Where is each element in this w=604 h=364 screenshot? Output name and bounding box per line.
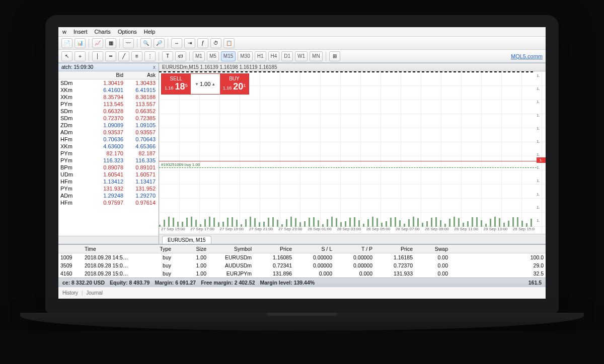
total-profit: 161.5 [528, 280, 542, 286]
market-watch-panel: atch: 15:09:30 x Bid Ask SDm1.304191.304… [58, 63, 159, 244]
order-row[interactable]: 10092018.09.28 14:5…buy1.00EURUSDm1.1608… [58, 253, 546, 261]
col-tp[interactable]: T / P [334, 246, 374, 252]
zoom-out-icon[interactable]: 🔎 [154, 38, 165, 48]
volume-bars [159, 216, 537, 227]
text-icon[interactable]: T [162, 51, 173, 61]
col-type[interactable]: Type [143, 246, 173, 252]
label-icon[interactable]: 🏷 [175, 51, 186, 61]
menu-charts[interactable]: Charts [94, 29, 110, 35]
toolbar-timeframes: ↖＋│━╱≡⋮T🏷M1M5M15M30H1H4D1W1MN⊞MQL5.comm [58, 50, 546, 63]
order-row[interactable]: 41602018.09.28 15:0…buy1.00EURJPYm131.89… [58, 269, 546, 278]
timeframe-mn[interactable]: MN [310, 51, 323, 61]
watch-row[interactable]: HFm1.134121.13417 [58, 178, 159, 185]
menu-bar[interactable]: wInsertChartsOptionsHelp [58, 27, 546, 37]
trendline-icon[interactable]: ╱ [118, 51, 129, 61]
timeframe-m1[interactable]: M1 [193, 51, 205, 61]
order-row[interactable]: 35092018.09.28 15:0…buy1.00AUDUSDm0.7234… [58, 261, 546, 269]
watch-row[interactable]: ADm0.935370.93557 [58, 129, 159, 136]
tab-journal[interactable]: Journal [86, 290, 103, 296]
col-symbol[interactable]: Symbol [208, 246, 254, 252]
watch-row[interactable]: PYm116.323116.335 [58, 157, 159, 164]
margin-level-value: Margin level: 139.44% [260, 280, 315, 286]
market-watch-title: atch: 15:09:30 [61, 64, 93, 70]
timeframe-m5[interactable]: M5 [207, 51, 219, 61]
tab-history[interactable]: History [62, 290, 78, 296]
watch-row[interactable]: BPm0.890780.89101 [58, 164, 159, 171]
menu-insert[interactable]: Insert [73, 29, 88, 35]
col-time[interactable]: Time [83, 246, 143, 252]
watch-row[interactable]: XKm6.416016.41915 [58, 86, 159, 94]
col-price[interactable]: Price [254, 246, 294, 252]
watch-row[interactable]: ZDm1.090891.09105 [58, 122, 159, 129]
menu-w[interactable]: w [62, 29, 66, 35]
col-bid[interactable]: Bid [94, 71, 126, 79]
menu-help[interactable]: Help [144, 29, 156, 35]
watch-row[interactable]: UDm1.605411.60571 [58, 171, 159, 178]
zoom-in-icon[interactable]: 🔍 [140, 38, 152, 48]
market-watch-list[interactable]: SDm1.304191.30433XKm6.416016.41915XKm8.3… [58, 79, 159, 236]
watch-row[interactable]: SDm1.304191.30433 [58, 79, 159, 86]
toolbar-main: 📄📊📈▦〰🔍🔎↔⇥ƒ⏱📋 [58, 37, 546, 50]
tile-icon[interactable]: ▦ [105, 38, 116, 48]
col-swap[interactable]: Swap [415, 246, 450, 252]
equidistant-icon[interactable]: ≡ [131, 51, 142, 61]
market-watch-columns: Bid Ask [58, 71, 159, 79]
line-chart-icon[interactable]: 〰 [123, 38, 134, 48]
watch-row[interactable]: SDm0.723700.72385 [58, 115, 159, 122]
grid-icon[interactable]: ⊞ [329, 51, 340, 61]
new-chart-icon[interactable]: 📄 [61, 38, 72, 48]
col-price2[interactable]: Price [374, 246, 415, 252]
col-ask[interactable]: Ask [126, 71, 159, 79]
balance-bar: ce: 8 332.20 USD Equity: 8 493.79 Margin… [58, 278, 546, 287]
shift-icon[interactable]: ⇥ [184, 38, 195, 48]
crosshair-icon[interactable]: ＋ [74, 51, 86, 61]
chart-tabs: EURUSDm, M15 [159, 234, 546, 244]
vline-icon[interactable]: │ [92, 51, 103, 61]
periods-icon[interactable]: ⏱ [210, 38, 221, 48]
watch-row[interactable]: PYm82.17082.187 [58, 150, 159, 157]
timeframe-h4[interactable]: H4 [268, 51, 280, 61]
mql5-link[interactable]: MQL5.comm [511, 53, 543, 59]
cursor-icon[interactable]: ↖ [61, 51, 72, 61]
orders-panel: Time Type Size Symbol Price S / L T / P … [58, 244, 546, 278]
watch-row[interactable]: PYm131.932131.952 [58, 185, 159, 192]
x-axis: 27 Sep 15:0027 Sep 17:0027 Sep 19:0027 S… [159, 227, 537, 234]
col-sl[interactable]: S / L [294, 246, 334, 252]
chart-canvas[interactable]: SELL 1.16 185 ▼ 1.00 ▲ BUY 1.16 201 [159, 71, 546, 234]
candlestick-layer [159, 71, 537, 227]
margin-value: Margin: 6 091.27 [155, 280, 196, 286]
close-icon[interactable]: x [153, 64, 156, 70]
market-watch-tabs[interactable] [58, 236, 159, 244]
hline-icon[interactable]: ━ [105, 51, 116, 61]
watch-row[interactable]: XKm4.636004.65366 [58, 143, 159, 150]
col-size[interactable]: Size [173, 246, 208, 252]
equity-value: Equity: 8 493.79 [110, 280, 149, 286]
windows-icon[interactable]: 📈 [92, 38, 103, 48]
chart-tab-eurusd[interactable]: EURUSDm, M15 [162, 236, 211, 244]
templates-icon[interactable]: 📋 [223, 38, 235, 48]
timeframe-h1[interactable]: H1 [255, 51, 266, 61]
watch-row[interactable]: HFm0.975970.97614 [58, 199, 159, 206]
watch-row[interactable]: HFm0.706360.70643 [58, 136, 159, 143]
timeframe-m15[interactable]: M15 [221, 51, 236, 61]
timeframe-m30[interactable]: M30 [238, 51, 252, 61]
watch-row[interactable]: SDm0.663280.66352 [58, 108, 159, 115]
chart-title: EURUSDm,M15 1.16139 1.16198 1.16119 1.16… [159, 63, 546, 71]
orders-header: Time Type Size Symbol Price S / L T / P … [58, 245, 546, 253]
free-margin-value: Free margin: 2 402.52 [201, 280, 255, 286]
chart-panel: EURUSDm,M15 1.16139 1.16198 1.16119 1.16… [159, 63, 546, 244]
balance-value: ce: 8 332.20 USD [62, 280, 105, 286]
fibo-icon[interactable]: ⋮ [144, 51, 156, 61]
profile-icon[interactable]: 📊 [74, 38, 86, 48]
market-watch-header: atch: 15:09:30 x [58, 63, 159, 71]
watch-row[interactable]: PYm113.545113.557 [58, 101, 159, 108]
timeframe-w1[interactable]: W1 [295, 51, 308, 61]
watch-row[interactable]: XKm8.357948.38188 [58, 94, 159, 101]
indicators-icon[interactable]: ƒ [197, 38, 208, 48]
timeframe-d1[interactable]: D1 [281, 51, 293, 61]
y-axis: 1.1.1.1.1.1.1.1.1.1.1.1. [537, 71, 546, 225]
scroll-icon[interactable]: ↔ [171, 38, 182, 48]
bottom-tabs: History | Journal [58, 287, 546, 299]
menu-options[interactable]: Options [118, 29, 137, 35]
watch-row[interactable]: ADm1.292481.29270 [58, 192, 159, 199]
